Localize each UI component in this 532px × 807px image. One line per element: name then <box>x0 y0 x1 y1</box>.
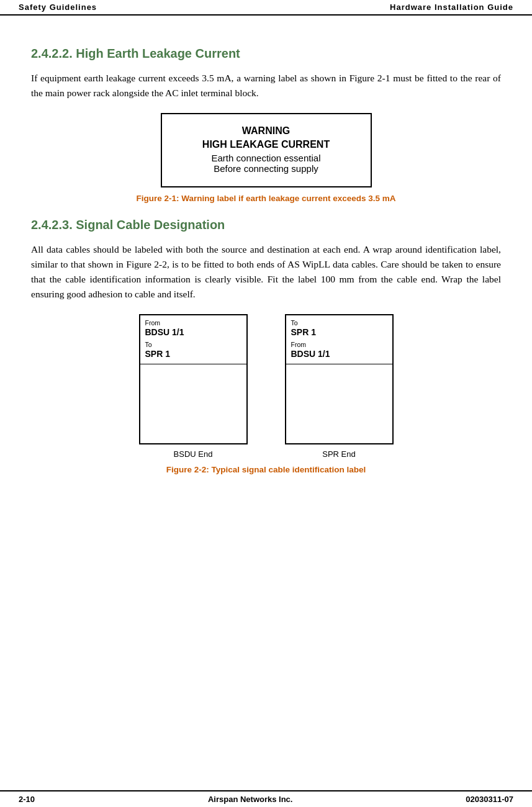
footer-page-number: 2-10 <box>19 795 35 804</box>
spr-end-label: SPR End <box>322 449 355 459</box>
figure-caption-2: Figure 2-2: Typical signal cable identif… <box>31 465 501 474</box>
main-content: 2.4.2.2. High Earth Leakage Current If e… <box>0 16 532 526</box>
spr-label-bottom <box>286 364 392 443</box>
bsdu-from-small: From <box>145 319 241 327</box>
bsdu-from-large: BDSU 1/1 <box>145 327 241 337</box>
header-right: Hardware Installation Guide <box>390 2 513 12</box>
warning-line3: Earth connection essential <box>187 153 346 163</box>
warning-line4: Before connecting supply <box>187 163 346 174</box>
bsdu-label-box: From BDSU 1/1 To SPR 1 <box>139 314 248 444</box>
bsdu-label-bottom <box>140 364 246 443</box>
section-heading-2: 2.4.2.3. Signal Cable Designation <box>31 218 501 232</box>
spr-label-top: To SPR 1 From BDSU 1/1 <box>286 315 392 364</box>
warning-box-container: WARNING HIGH LEAKAGE CURRENT Earth conne… <box>31 113 501 187</box>
section-heading-1: 2.4.2.2. High Earth Leakage Current <box>31 47 501 61</box>
spr-to-small: To <box>291 319 387 327</box>
bsdu-to-large: SPR 1 <box>145 349 241 359</box>
header-left: Safety Guidelines <box>19 2 97 12</box>
section1-body: If equipment earth leakage current excee… <box>31 71 501 101</box>
spr-label-box: To SPR 1 From BDSU 1/1 <box>285 314 394 444</box>
page-container: Safety Guidelines Hardware Installation … <box>0 0 532 807</box>
footer-doc-number: 02030311-07 <box>466 795 513 804</box>
bsdu-label-top: From BDSU 1/1 To SPR 1 <box>140 315 246 364</box>
cable-diagram: From BDSU 1/1 To SPR 1 BSDU End To SPR 1… <box>31 314 501 459</box>
warning-title: WARNING <box>187 125 346 137</box>
page-header: Safety Guidelines Hardware Installation … <box>0 0 532 16</box>
bsdu-end-label: BSDU End <box>174 449 213 459</box>
spr-from-small: From <box>291 341 387 348</box>
warning-box: WARNING HIGH LEAKAGE CURRENT Earth conne… <box>161 113 372 187</box>
figure-caption-1: Figure 2-1: Warning label if earth leaka… <box>31 194 501 203</box>
footer-company: Airspan Networks Inc. <box>208 795 293 804</box>
bsdu-to-small: To <box>145 341 241 348</box>
section2-body: All data cables should be labeled with b… <box>31 242 501 302</box>
bsdu-label-wrapper: From BDSU 1/1 To SPR 1 BSDU End <box>139 314 248 459</box>
page-footer: 2-10 Airspan Networks Inc. 02030311-07 <box>0 790 532 807</box>
spr-label-wrapper: To SPR 1 From BDSU 1/1 SPR End <box>285 314 394 459</box>
spr-from-large: BDSU 1/1 <box>291 349 387 359</box>
spr-to-large: SPR 1 <box>291 327 387 337</box>
warning-subtitle: HIGH LEAKAGE CURRENT <box>187 139 346 150</box>
